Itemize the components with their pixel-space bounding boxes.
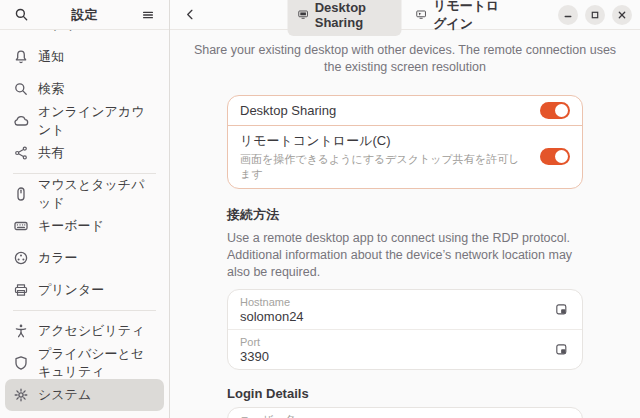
sidebar-divider [13,310,156,311]
back-button[interactable] [178,3,202,27]
sidebar-item-label: 共有 [38,144,64,162]
sidebar-item-apps[interactable]: アプリ [5,30,164,41]
desktop-sharing-row[interactable]: Desktop Sharing [228,96,582,125]
sidebar-item-label: 検索 [38,80,64,98]
sidebar-item-label: オンラインアカウント [38,103,156,139]
remote-control-subtitle: 画面を操作できるようにするデスクトップ共有を許可します [240,152,530,182]
gear-icon [13,387,29,403]
sidebar-item-label: カラー [38,249,78,267]
sidebar-item-accessibility[interactable]: アクセシビリティ [5,315,164,347]
view-switcher: Desktop Sharing リモートログイン [288,0,523,36]
headerbar: Desktop Sharing リモートログイン [170,0,640,30]
printer-icon [13,282,29,298]
copy-icon [554,342,569,357]
tab-label: Desktop Sharing [315,0,392,30]
sidebar-item-label: アクセシビリティ [38,322,144,340]
sidebar-title: 設定 [32,6,137,24]
main-menu-button[interactable] [137,4,159,26]
page-description: Share your existing desktop with other d… [185,42,625,76]
sidebar-item-online-accounts[interactable]: オンラインアカウント [5,105,164,137]
close-button[interactable] [612,5,632,25]
login-details-heading: Login Details [227,386,583,401]
sidebar-item-color[interactable]: カラー [5,242,164,274]
port-value: 3390 [240,349,552,364]
port-row: Port 3390 [228,330,582,369]
accessibility-icon [13,323,29,339]
main-panel: Desktop Sharing リモートログイン [170,0,640,418]
share-icon [13,145,29,161]
settings-window: 設定 アプリ 通知 検索 オンラインアカウント [0,0,640,418]
sidebar-item-mouse-touchpad[interactable]: マウスとタッチパッド [5,178,164,210]
username-row: ユーザー名 t_nak [228,408,582,418]
login-fields-group: ユーザー名 t_nak [227,407,583,418]
hamburger-menu-icon [141,8,155,22]
connection-fields-group: Hostname solomon24 Port 33 [227,289,583,370]
close-icon [617,10,627,20]
bell-icon [13,49,29,65]
hostname-label: Hostname [240,296,552,308]
color-icon [13,250,29,266]
sidebar-item-sharing[interactable]: 共有 [5,137,164,169]
sidebar-item-keyboard[interactable]: キーボード [5,210,164,242]
sidebar-item-privacy-security[interactable]: プライバシーとセキュリティ [5,347,164,379]
remote-login-icon [416,7,427,22]
apps-icon [13,30,29,33]
sidebar-item-label: アプリ [38,30,78,34]
sidebar-list: アプリ 通知 検索 オンラインアカウント 共有 マウスとタッチパ [0,30,169,418]
hostname-value: solomon24 [240,309,552,324]
tab-label: リモートログイン [433,0,512,33]
mouse-icon [13,186,29,202]
port-label: Port [240,336,552,348]
sidebar-item-search[interactable]: 検索 [5,73,164,105]
sidebar-item-label: 通知 [38,48,64,66]
sharing-toggle-group: Desktop Sharing リモートコントロール(C) 画面を操作できるよう… [227,95,583,189]
desktop-sharing-page: Share your existing desktop with other d… [170,30,640,418]
search-icon [14,7,29,22]
sidebar-item-label: キーボード [38,217,104,235]
minimize-button[interactable] [558,5,578,25]
minimize-icon [563,10,573,20]
cloud-icon [13,113,29,129]
connection-method-heading: 接続方法 [227,206,583,224]
remote-control-toggle[interactable] [540,148,570,165]
remote-control-row[interactable]: リモートコントロール(C) 画面を操作できるようにするデスクトップ共有を許可しま… [228,126,582,188]
back-chevron-icon [184,8,197,21]
sidebar-divider [13,173,156,174]
remote-control-label: リモートコントロール(C) [240,132,530,150]
copy-hostname-button[interactable] [552,301,570,319]
sidebar-headerbar: 設定 [0,0,169,30]
toggle-knob [555,150,568,163]
search-icon [13,81,29,97]
sidebar-item-label: プライバシーとセキュリティ [38,345,156,381]
privacy-security-icon [13,355,29,371]
sidebar-item-label: プリンター [38,281,104,299]
search-button[interactable] [10,4,32,26]
tab-remote-login[interactable]: リモートログイン [406,0,523,36]
keyboard-icon [13,218,29,234]
tab-desktop-sharing[interactable]: Desktop Sharing [288,0,402,36]
window-controls [558,5,632,25]
copy-icon [554,302,569,317]
hostname-row: Hostname solomon24 [228,290,582,329]
sidebar-item-system[interactable]: システム [5,379,164,411]
desktop-sharing-label: Desktop Sharing [240,103,530,118]
toggle-knob [555,104,568,117]
sidebar-item-printers[interactable]: プリンター [5,274,164,306]
connection-method-description: Use a remote desktop app to connect usin… [227,230,583,281]
copy-port-button[interactable] [552,341,570,359]
maximize-icon [590,10,600,20]
sidebar-item-label: マウスとタッチパッド [38,176,156,212]
username-label: ユーザー名 [240,413,518,418]
desktop-sharing-icon [298,7,309,22]
maximize-button[interactable] [585,5,605,25]
desktop-sharing-toggle[interactable] [540,102,570,119]
sidebar: 設定 アプリ 通知 検索 オンラインアカウント [0,0,170,418]
sidebar-item-notifications[interactable]: 通知 [5,41,164,73]
sidebar-item-label: システム [38,386,91,404]
